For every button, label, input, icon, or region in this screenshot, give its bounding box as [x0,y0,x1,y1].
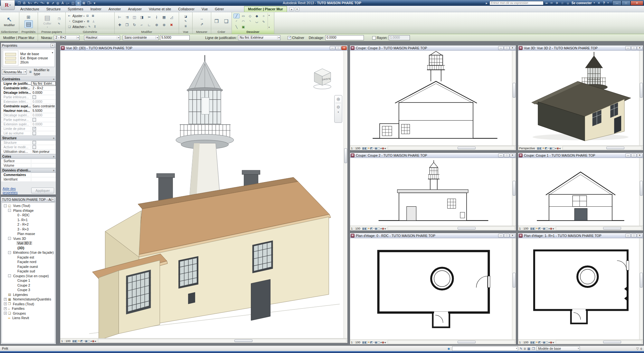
cut-geometry-icon[interactable]: ⊠ [90,14,95,18]
modify-button[interactable]: ↖ Modifier [1,13,17,29]
crop-view-icon[interactable]: ▣ [374,147,377,150]
shadows-icon[interactable]: ◩ [80,339,83,343]
property-value[interactable] [31,141,56,145]
3d-canvas[interactable]: DROITE ◎ ⊙ ▾ [60,51,347,338]
shadows-icon[interactable]: ◩ [370,227,373,230]
crop-view-icon[interactable]: ▣ [374,341,377,344]
contrainte-select[interactable]: Sans contrainte▾ [123,35,159,40]
property-row[interactable]: Partie inférieure... [1,95,56,100]
search-input[interactable] [489,1,544,5]
sun-path-icon[interactable]: ☀ [78,339,80,343]
line-tool[interactable]: ╱ [233,14,240,18]
view-window-plan1[interactable]: R Plan d'étage: 1- R+1 - TUTO MAISON PHA… [518,233,643,345]
demolish-icon[interactable]: ⊼ [92,25,97,29]
pick-lines-tool[interactable]: ╲ [233,25,240,29]
property-row[interactable]: Ligne de justific...Nu fini: Extéri... [1,82,56,86]
mirror-pick-axis-icon[interactable]: ◫ [132,15,137,20]
browser-item-vues-3d[interactable]: -Vues 3D [2,236,55,241]
unpin-icon[interactable]: ⊗ [161,22,167,27]
sun-path-icon[interactable]: ☀ [367,341,370,344]
detail-level-icon[interactable]: ▦ [72,339,75,343]
visual-style-icon[interactable]: ◧ [365,341,368,344]
help-icon[interactable]: ? [602,1,605,5]
sign-in-button[interactable]: Se connecter [572,1,592,5]
search-icon[interactable]: ∞ [545,1,548,5]
browser-item-2-r-2[interactable]: 2 - R+2 [2,222,55,227]
pin-icon[interactable]: ⊕ [154,22,160,27]
linework-icon[interactable]: ≣ [183,24,188,28]
browser-item-vues-tout-[interactable]: -◱Vues (Tout) [2,203,55,208]
close-inactive-windows-icon[interactable]: ⊠ [81,1,86,5]
collapse-section-icon[interactable]: « [52,156,55,157]
property-row[interactable]: Activer le modè... [1,145,56,150]
switch-windows-icon[interactable]: ❐▾ [86,1,92,5]
tangent-arc-tool[interactable]: ◝ [247,19,253,24]
expand-controls-icon[interactable]: ◂ [559,147,561,150]
property-row[interactable]: Décalage supéri...0.0000 [1,113,56,118]
collapse-icon[interactable]: - [8,209,11,212]
align-icon[interactable]: ⊢ [117,15,123,20]
browser-item-coupe-2[interactable]: Coupe 2 [2,283,55,288]
property-value[interactable]: 0.0000 [31,113,56,117]
property-row[interactable]: Volume [1,163,56,168]
property-row[interactable]: Hauteur non co...5.5000 [1,109,56,113]
detail-level-icon[interactable]: ▦ [362,227,365,230]
help-arrow-icon[interactable]: ▾ [607,2,609,4]
scale-icon[interactable]: ◿ [169,15,175,20]
circle-tool[interactable]: ○ [260,14,267,18]
shadows-icon[interactable]: ◩ [370,147,373,150]
property-value[interactable]: Sans contrainte [31,104,56,108]
horizontal-scrollbar[interactable] [388,146,515,150]
navbar-expand-icon[interactable]: ▾ [338,111,339,113]
plan-canvas[interactable] [518,238,643,339]
perspective-button[interactable]: Perspective [519,146,535,150]
browser-item-coupes-vue-en-coupe-[interactable]: -Coupes (Vue en coupe) [2,274,55,279]
tab-architecture[interactable]: Architecture [17,6,43,12]
couper-button[interactable]: Couper [72,20,83,23]
reveal-hidden-icon[interactable]: ◉ [556,147,559,150]
browser-item-nomenclatures-quantit-s[interactable]: +▦Nomenclatures/Quantités [2,297,55,302]
offset-icon[interactable]: ⇉ [124,15,130,20]
favorites-icon[interactable]: ☆ [560,1,564,5]
zoom-icon[interactable]: ⊙ [336,105,340,109]
move-icon[interactable]: ✚ [117,22,123,27]
editable-only-icon[interactable]: ✎ [520,347,522,350]
override-graphics-icon[interactable]: ✎ [183,19,188,24]
mirror-draw-axis-icon[interactable]: ◨ [139,15,145,20]
property-row[interactable]: Utilisation struc...Non porteur [1,150,56,154]
vertical-scrollbar[interactable] [344,51,347,338]
copy-icon[interactable]: ❐ [124,22,130,27]
show-crop-icon[interactable]: ▢ [377,341,380,344]
plan-canvas[interactable] [350,238,516,339]
steering-wheel-icon[interactable]: ◎ [336,97,340,101]
tab-g-rer[interactable]: Gérer [211,6,227,12]
view-window-vue3d2[interactable]: R Vue 3D: Vue 3D 2 - TUTO MAISON PHARE T… [518,45,643,151]
property-row[interactable]: Contrainte infér...2 - R+2 [1,86,56,91]
minimize-view-button[interactable]: — [498,234,504,238]
browser-item-plan-masse[interactable]: Plan masse [2,231,55,236]
detail-level-icon[interactable]: ▦ [530,227,533,230]
property-value[interactable] [31,163,56,168]
rotate-icon[interactable]: ↻ [132,22,137,27]
tab-collaborer[interactable]: Collaborer [175,6,198,12]
show-crop-icon[interactable]: ▢ [552,147,555,150]
detail-level-icon[interactable]: ▦ [537,147,540,150]
collapse-icon[interactable]: - [8,237,11,240]
property-value[interactable]: 0.0000 [31,122,56,126]
property-row[interactable]: Structure [1,141,56,145]
default-3d-view-icon[interactable]: ⌂▾ [65,1,70,5]
decalage-input[interactable] [325,35,364,40]
hide-elements-icon[interactable]: ◪ [183,15,188,19]
detail-level-icon[interactable]: ▦ [530,341,533,344]
property-value[interactable]: 0.0000 [31,91,56,95]
visual-style-icon[interactable]: ◧ [365,147,368,150]
match-type-icon[interactable]: ✎ [57,22,62,26]
tab-analyser[interactable]: Analyser [124,6,145,12]
crop-view-icon[interactable]: ▣ [543,341,545,344]
browser-item-coupe-3[interactable]: Coupe 3 [2,288,55,292]
browser-item-vue-3d-2[interactable]: Vue 3D 2 [2,241,55,246]
property-value[interactable] [31,159,56,163]
scale-button[interactable]: 1 : 100 [351,146,360,150]
tab-syst-mes[interactable]: Systèmes [64,6,87,12]
expand-controls-icon[interactable]: ◂ [384,341,386,344]
